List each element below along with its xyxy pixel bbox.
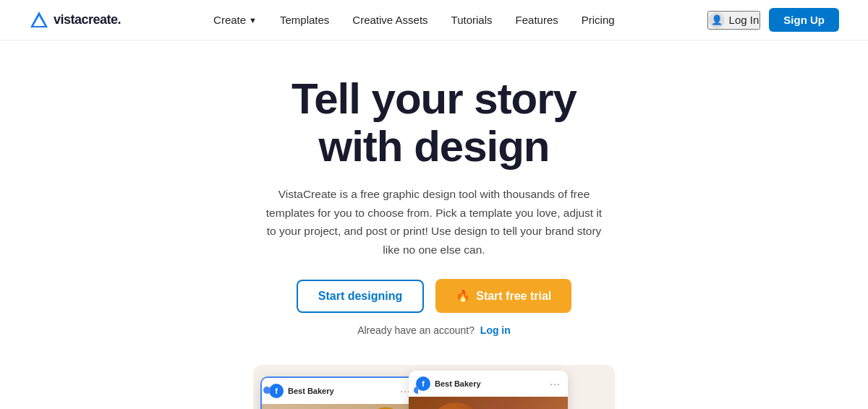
hero-subtitle: VistaCreate is a free graphic design too… — [264, 185, 604, 259]
login-button[interactable]: 👤 Log In — [707, 11, 761, 30]
bakery-img-left: 🏠 The pastry 👍 — [262, 404, 418, 409]
fb-card-right: f Best Bakery ··· 🏠 🕐 Fr, 8:00 AM — [409, 371, 568, 409]
user-icon: 👤 — [709, 12, 725, 28]
nav-pricing[interactable]: Pricing — [582, 14, 615, 26]
already-account-text: Already have an account? Log in — [14, 324, 854, 336]
nav-templates[interactable]: Templates — [280, 14, 329, 26]
nav-features[interactable]: Features — [516, 14, 558, 26]
chevron-down-icon: ▼ — [249, 16, 257, 25]
fb-card-left: f Best Bakery ··· 🏠 The pastry — [260, 376, 420, 409]
logo[interactable]: vistacreate. — [29, 10, 121, 30]
fb-header-left: f Best Bakery ··· — [262, 378, 418, 404]
fb-menu-right: ··· — [550, 378, 561, 389]
fb-image-right: 🏠 — [409, 397, 568, 409]
start-trial-button[interactable]: 🔥 Start free trial — [435, 279, 571, 313]
fb-header-right: f Best Bakery ··· — [409, 371, 568, 397]
start-designing-button[interactable]: Start designing — [297, 280, 424, 313]
navigation: vistacreate. Create ▼ Templates Creative… — [0, 0, 868, 40]
fb-name-left: Best Bakery — [288, 387, 334, 395]
fb-name-right: Best Bakery — [435, 379, 481, 388]
nav-create[interactable]: Create ▼ — [213, 14, 257, 26]
fb-icon-right: f — [416, 376, 430, 391]
hero-buttons: Start designing 🔥 Start free trial — [14, 279, 854, 313]
bakery-img-right: 🏠 — [409, 397, 568, 409]
nav-creative-assets[interactable]: Creative Assets — [352, 14, 427, 26]
fb-image-left: 🏠 The pastry 👍 — [262, 404, 418, 409]
croissant-1 — [270, 406, 312, 409]
hero-title: Tell your story with design — [14, 75, 854, 171]
fb-icon-left: f — [269, 384, 284, 398]
preview-container: f Best Bakery ··· 🏠 The pastry — [253, 365, 615, 409]
preview-area: f Best Bakery ··· 🏠 The pastry — [0, 365, 868, 409]
nav-links: Create ▼ Templates Creative Assets Tutor… — [213, 14, 615, 26]
nav-right: 👤 Log In Sign Up — [707, 8, 839, 32]
login-link[interactable]: Log in — [480, 324, 511, 336]
nav-tutorials[interactable]: Tutorials — [451, 14, 493, 26]
hero-section: Tell your story with design VistaCreate … — [0, 40, 868, 353]
bread-round — [430, 402, 481, 409]
croissant-2 — [368, 404, 407, 409]
fire-icon: 🔥 — [456, 289, 470, 303]
signup-button[interactable]: Sign Up — [769, 8, 839, 32]
logo-text: vistacreate. — [54, 12, 121, 27]
